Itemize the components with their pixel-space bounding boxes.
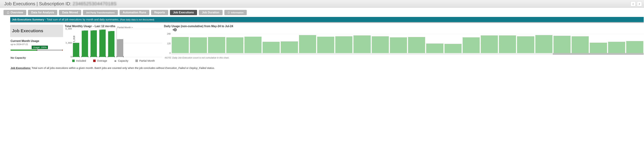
monthly-chart-title: Total Monthly Usage - Last 12 months bbox=[65, 25, 162, 28]
y-tick: 0 bbox=[65, 56, 72, 58]
banner-small: (Raw daily data is not discounted) bbox=[120, 18, 154, 21]
bar-value: 3,010 bbox=[73, 36, 75, 42]
current-usage-title: Current Month Usage bbox=[10, 40, 63, 43]
monthly-chart[interactable]: 03,0006,000Partial Month >3,0105,6605,70… bbox=[72, 29, 162, 57]
capacity-marker bbox=[99, 56, 106, 57]
capacity-marker bbox=[73, 56, 79, 57]
bar-value: 5,703 bbox=[90, 25, 93, 31]
tab-data-moved[interactable]: Data Moved bbox=[59, 10, 81, 15]
svg-point-2 bbox=[228, 12, 229, 12]
tab-label: Information bbox=[231, 11, 244, 14]
chevron-left-icon: ‹ bbox=[632, 2, 634, 6]
legend-partial: Partial Month bbox=[136, 59, 155, 62]
bar-value: 5,660 bbox=[82, 25, 84, 31]
metric-card: Job Executions bbox=[10, 25, 63, 37]
subscription-id: 234652530447018S bbox=[72, 1, 116, 6]
daily-chart[interactable]: 0120240 bbox=[171, 34, 644, 53]
home-icon bbox=[7, 11, 10, 14]
daily-bar bbox=[608, 42, 625, 53]
nav-tabs: Overview Data for Analysis Data Moved 3r… bbox=[0, 8, 644, 17]
tab-information[interactable]: Information bbox=[224, 10, 247, 15]
arrow-icon: ◂▸ bbox=[114, 60, 116, 62]
daily-bar bbox=[262, 42, 280, 53]
bar-partial: 3,822 bbox=[117, 39, 123, 57]
partial-month-strip bbox=[553, 53, 644, 55]
usage-bar bbox=[10, 50, 63, 51]
y-tick: 6,000 bbox=[65, 28, 72, 30]
banner-text: Total sum of all job executions by month… bbox=[47, 18, 120, 21]
daily-bar bbox=[335, 36, 352, 53]
bar-slot: 3,010 bbox=[72, 29, 80, 57]
usage-bar-end bbox=[62, 50, 63, 51]
chevron-right-icon: › bbox=[639, 2, 640, 6]
bar-slot: 5,858 bbox=[98, 29, 106, 57]
tab-job-duration[interactable]: Job Duration bbox=[199, 10, 222, 15]
bar-value: 5,858 bbox=[99, 24, 102, 30]
capacity-marker bbox=[108, 56, 114, 57]
daily-bar bbox=[462, 37, 480, 53]
daily-bar bbox=[517, 36, 534, 53]
bar-value: 3,822 bbox=[117, 34, 120, 40]
daily-bar bbox=[444, 44, 462, 53]
bar-slot: 3,822 bbox=[116, 29, 124, 57]
bar-slot: 5,660 bbox=[81, 29, 89, 57]
daily-bar bbox=[626, 41, 643, 53]
tab-label: Reports bbox=[154, 11, 165, 14]
usage-bar-fill bbox=[10, 50, 37, 51]
legend-overage: Overage bbox=[93, 59, 107, 62]
page-title: Job Executions | Subscription ID: 234652… bbox=[4, 1, 117, 6]
daily-bar bbox=[408, 37, 425, 53]
partial-month-label: Partial Month > bbox=[117, 26, 133, 29]
swatch-icon bbox=[72, 60, 75, 62]
capacity-marker bbox=[82, 56, 88, 57]
hidden-count-badge[interactable]: 2 bbox=[172, 28, 177, 31]
daily-bar bbox=[535, 35, 552, 53]
monthly-legend: Included Overage ◂▸Capacity Partial Mont… bbox=[72, 59, 162, 62]
page-title-prefix: Job Executions | Subscription ID: bbox=[4, 1, 72, 6]
no-capacity-label: No Capacity bbox=[10, 56, 63, 59]
tab-overview[interactable]: Overview bbox=[4, 10, 26, 15]
tab-label: Job Duration bbox=[202, 11, 220, 14]
def-term: Job Executions: bbox=[10, 66, 31, 70]
y-tick: 0 bbox=[164, 52, 171, 54]
tab-label: Automation Runs bbox=[123, 11, 146, 14]
bar-included: 3,010 bbox=[73, 43, 79, 57]
prev-button[interactable]: ‹ bbox=[630, 2, 636, 6]
usage-badge: Usage: 100% bbox=[32, 46, 48, 49]
daily-bar bbox=[354, 36, 370, 53]
swatch-icon bbox=[93, 60, 96, 62]
y-tick: 3,000 bbox=[65, 42, 72, 44]
info-icon bbox=[228, 11, 230, 14]
tab-label: Data Moved bbox=[62, 11, 78, 14]
daily-bar bbox=[572, 36, 589, 53]
daily-bar bbox=[299, 35, 316, 53]
next-button[interactable]: › bbox=[637, 2, 642, 6]
bar-included: 5,542 bbox=[108, 31, 114, 57]
usage-bar-rest bbox=[37, 50, 62, 51]
bar-included: 5,858 bbox=[99, 30, 106, 57]
tab-data-analysis[interactable]: Data for Analysis bbox=[28, 10, 57, 15]
bar-slot: 5,703 bbox=[90, 29, 98, 57]
daily-bar bbox=[499, 36, 516, 53]
tab-job-executions[interactable]: Job Executions bbox=[170, 10, 197, 15]
daily-chart-title: Daily Usage (non-cumulative) from May-24… bbox=[164, 25, 644, 28]
banner-bold: Job Executions Summary - bbox=[12, 18, 47, 21]
metric-card-title: Job Executions bbox=[12, 28, 43, 33]
daily-bar bbox=[226, 37, 243, 53]
bar-value: 5,542 bbox=[108, 26, 110, 32]
tab-automation-runs[interactable]: Automation Runs bbox=[120, 10, 149, 15]
tab-label: Data for Analysis bbox=[31, 11, 54, 14]
daily-bar bbox=[172, 37, 189, 53]
month-strip bbox=[171, 53, 644, 55]
tab-label: Overview bbox=[10, 11, 23, 14]
tab-label: 3rd Party Transformations bbox=[86, 11, 115, 14]
y-tick: 240 bbox=[164, 32, 171, 35]
hidden-count: 2 bbox=[174, 28, 177, 31]
tab-third-party[interactable]: 3rd Party Transformations bbox=[83, 10, 118, 15]
bar-included: 5,660 bbox=[82, 30, 88, 57]
capacity-marker bbox=[90, 56, 97, 57]
usage-gauge: Usage: 100% bbox=[10, 50, 63, 53]
daily-bar bbox=[208, 37, 225, 53]
bar-included: 5,703 bbox=[90, 30, 97, 57]
tab-reports[interactable]: Reports bbox=[151, 10, 168, 15]
